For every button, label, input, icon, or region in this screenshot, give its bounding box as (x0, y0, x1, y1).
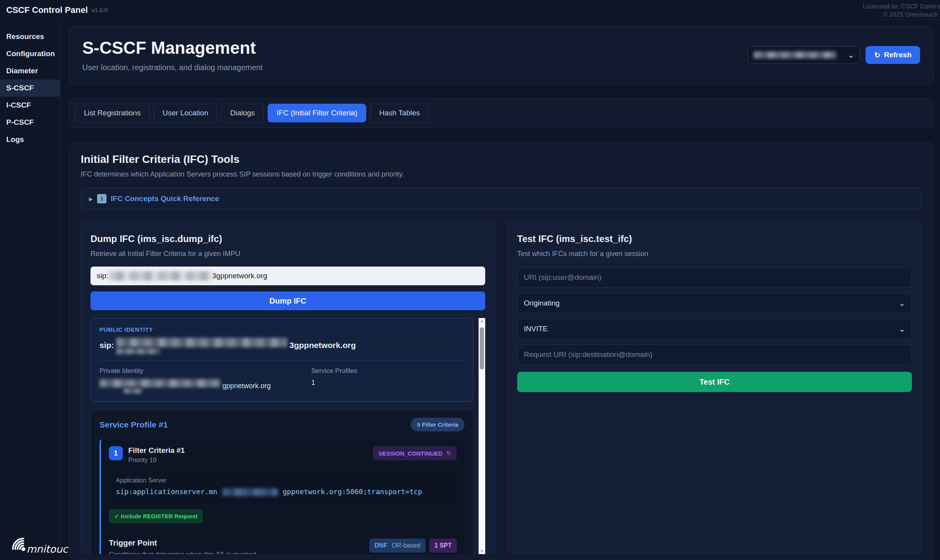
scroll-up-arrow[interactable]: ▲ (479, 318, 485, 324)
tab-ifc[interactable]: IFC (Initial Filter Criteria) (268, 104, 366, 122)
session-case-value: Originating (524, 299, 560, 307)
filter-criteria-header: 1 Filter Criteria #1 Priority 10 SESSION… (109, 446, 457, 464)
ifc-panels: Dump IFC (ims_isc.dump_ifc) Retrieve all… (81, 221, 922, 553)
test-ifc-button[interactable]: Test IFC (517, 372, 912, 392)
app-server-redacted (222, 488, 278, 496)
public-identity-uri-prefix: sip: (99, 341, 114, 350)
service-profiles-value: 1 (311, 379, 357, 387)
private-identity-value: gppnetwork.org (99, 379, 311, 394)
disclosure-triangle-icon: ▶ (89, 196, 93, 202)
node-select-redacted-value (754, 51, 836, 58)
impu-input[interactable]: sip: 3gppnetwork.org (90, 267, 485, 285)
test-ifc-description: Test which IFCs match for a given sessio… (517, 250, 912, 258)
ifc-section-description: IFC determines which Application Servers… (81, 170, 922, 178)
tab-hash-tables[interactable]: Hash Tables (370, 104, 429, 122)
sidebar-item-i-cscf[interactable]: I-CSCF (0, 97, 60, 114)
public-identity-card: PUBLIC IDENTITY sip: 3gppnetwork.org (90, 318, 474, 402)
method-value: INVITE (524, 325, 548, 333)
page-title: S-CSCF Management (82, 38, 262, 58)
trigger-point-titles: Trigger Point Conditions that determine … (109, 539, 256, 554)
redacted-bar (99, 379, 220, 387)
test-ifc-panel: Test IFC (ims_isc.test_ifc) Test which I… (507, 221, 922, 553)
service-profile-header: Service Profile #1 5 Filter Criteria (99, 418, 465, 431)
chevron-down-icon: ⌄ (899, 301, 905, 305)
app-server-uri-suffix: gppnetwork.org:5060;transport=tcp (283, 488, 422, 496)
filter-criteria-id-block: 1 Filter Criteria #1 Priority 10 (109, 446, 185, 464)
redacted-bar-small (124, 388, 142, 394)
request-uri-input[interactable] (517, 344, 912, 365)
dnf-badge: DNF OR-based (369, 539, 425, 553)
dump-ifc-description: Retrieve all Initial Filter Criteria for… (90, 250, 485, 258)
trigger-point-subtitle: Conditions that determine when this AS i… (109, 551, 256, 554)
node-select[interactable]: ⌄ (748, 46, 860, 64)
dump-ifc-results: PUBLIC IDENTITY sip: 3gppnetwork.org (90, 318, 485, 554)
trigger-point-badges: DNF OR-based 1 SPT (369, 539, 457, 553)
filter-criteria-titles: Filter Criteria #1 Priority 10 (128, 446, 185, 464)
app-title: CSCF Control Panel (6, 5, 88, 15)
tabs-bar: List Registrations User Location Dialogs… (69, 98, 934, 128)
quick-reference-label: IFC Concepts Quick Reference (111, 194, 219, 203)
application-server-box: Application Server sip:applicationserver… (109, 472, 457, 502)
topbar: CSCF Control Panel v1.0.0 Licensed to: C… (0, 0, 940, 20)
test-uri-input[interactable] (517, 267, 912, 288)
sidebar: Resources Configuration Diameter S-CSCF … (0, 20, 60, 560)
service-profile-title: Service Profile #1 (99, 420, 168, 429)
filter-criteria-index-chip: 1 (109, 446, 123, 460)
page-header-card: S-CSCF Management User location, registr… (69, 26, 934, 84)
sidebar-item-diameter[interactable]: Diameter (0, 62, 60, 79)
scrollbar-thumb[interactable] (480, 327, 484, 369)
refresh-icon: ↻ (874, 51, 880, 60)
trigger-point-header: Trigger Point Conditions that determine … (109, 539, 457, 554)
public-identity-uri-suffix: 3gppnetwork.org (289, 341, 356, 350)
results-scrollbar[interactable]: ▲ ▼ (479, 318, 485, 554)
tab-user-location[interactable]: User Location (154, 104, 217, 122)
sidebar-item-resources[interactable]: Resources (0, 28, 60, 45)
refresh-button[interactable]: ↻ Refresh (866, 46, 920, 64)
filter-criteria-item: 1 Filter Criteria #1 Priority 10 SESSION… (99, 439, 465, 554)
impu-input-suffix: 3gppnetwork.org (212, 272, 268, 280)
header-controls: ⌄ ↻ Refresh (748, 46, 920, 64)
dump-ifc-button[interactable]: Dump IFC (90, 291, 485, 310)
service-profiles-block: Service Profiles 1 (311, 367, 357, 394)
private-identity-suffix: gppnetwork.org (222, 382, 271, 390)
public-identity-label: PUBLIC IDENTITY (99, 326, 465, 333)
sidebar-item-logs[interactable]: Logs (0, 131, 60, 148)
divider (99, 360, 465, 361)
dnf-badge-rest: OR-based (392, 542, 420, 549)
dump-ifc-panel: Dump IFC (ims_isc.dump_ifc) Retrieve all… (81, 221, 495, 553)
session-continued-label: SESSION_CONTINUED (378, 450, 442, 457)
sidebar-item-p-cscf[interactable]: P-CSCF (0, 114, 60, 131)
include-register-chip: ✓ Include REGISTER Request (109, 509, 203, 523)
ifc-section-title: Initial Filter Criteria (IFC) Tools (81, 153, 922, 166)
trigger-point-section: Trigger Point Conditions that determine … (109, 531, 457, 554)
tab-dialogs[interactable]: Dialogs (221, 104, 264, 122)
ifc-quick-reference-toggle[interactable]: ▶ i IFC Concepts Quick Reference (81, 188, 922, 210)
refresh-button-label: Refresh (884, 51, 912, 59)
app-version: v1.0.0 (92, 7, 108, 13)
page-header-text: S-CSCF Management User location, registr… (82, 38, 262, 72)
filter-criteria-title: Filter Criteria #1 (128, 446, 185, 455)
copyright-text: © 2025 Omnitouch (883, 11, 940, 19)
ifc-tools-card: Initial Filter Criteria (IFC) Tools IFC … (69, 142, 934, 559)
dnf-badge-strong: DNF (374, 542, 387, 549)
spt-badge: 1 SPT (429, 539, 457, 553)
application-server-uri: sip:applicationserver.mn gppnetwork.org:… (116, 488, 450, 496)
method-select[interactable]: INVITE ⌄ (517, 319, 912, 339)
dump-ifc-title: Dump IFC (ims_isc.dump_ifc) (90, 233, 485, 244)
redacted-bar-small (116, 348, 160, 354)
filter-criteria-count-badge: 5 Filter Criteria (411, 418, 465, 431)
chevron-down-icon: ⌄ (848, 53, 855, 57)
identity-meta: Private Identity gppnetwork.org (99, 367, 465, 394)
sidebar-item-s-cscf[interactable]: S-CSCF (0, 79, 60, 97)
tab-list-registrations[interactable]: List Registrations (75, 104, 150, 122)
license-info: Licensed to: CSCF Control P © 2025 Omnit… (863, 2, 940, 19)
private-identity-label: Private Identity (99, 367, 311, 375)
session-case-select[interactable]: Originating ⌄ (517, 293, 912, 313)
sidebar-item-configuration[interactable]: Configuration (0, 45, 60, 62)
chevron-down-icon: ⌄ (899, 327, 905, 331)
app-root: CSCF Control Panel v1.0.0 Licensed to: C… (0, 0, 940, 560)
licensed-to-text: Licensed to: CSCF Control P (863, 2, 940, 11)
scroll-down-arrow[interactable]: ▼ (479, 548, 485, 554)
session-refresh-icon: ↻ (446, 450, 451, 457)
app-server-uri-prefix: sip:applicationserver.mn (116, 488, 217, 496)
